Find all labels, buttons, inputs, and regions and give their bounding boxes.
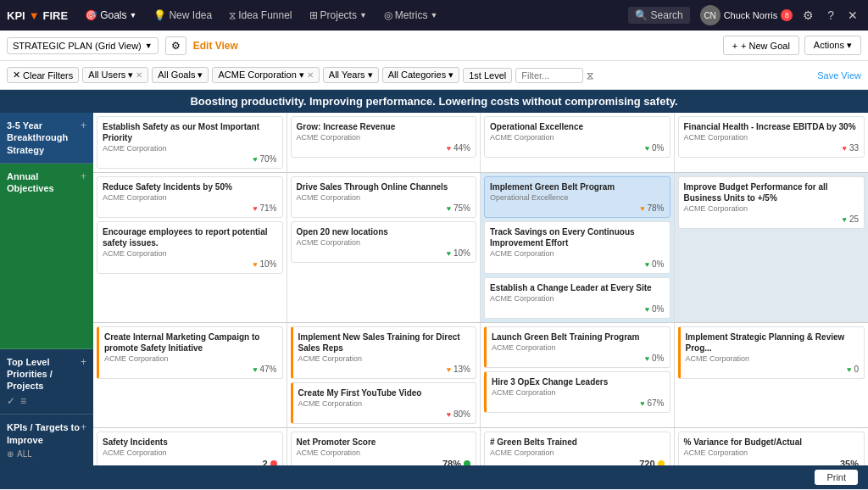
- nav-projects-label: Projects: [320, 9, 357, 21]
- toolbar: STRATEGIC PLAN (Grid View) ▼ ⚙ Edit View…: [0, 31, 868, 61]
- grid-cell: Grow: Increase Revenue ACME Corporation …: [287, 113, 481, 172]
- heart-icon: ♥: [843, 215, 847, 224]
- settings-icon[interactable]: ⚙: [799, 7, 817, 24]
- heart-icon: ♥: [447, 204, 451, 213]
- card-marketing-campaign[interactable]: Create Internal Marketing Campaign to pr…: [97, 326, 283, 379]
- grid-area: Establish Safety as our Most Important P…: [93, 113, 868, 465]
- funnel-icon: ⧖: [229, 9, 236, 21]
- sidebar-priorities-add[interactable]: +: [81, 356, 86, 368]
- org-filter[interactable]: ACME Corporation ▾ ✕: [212, 67, 319, 83]
- edit-view-button[interactable]: Edit View: [193, 40, 238, 52]
- card-kpi-green-belts[interactable]: # Green Belts Trained ACME Corporation 7…: [484, 432, 670, 465]
- sidebar-annual-label: Annual Objectives: [7, 170, 81, 195]
- notification-badge: 8: [781, 9, 793, 21]
- sidebar-3yr[interactable]: 3-5 Year Breakthrough Strategy +: [0, 113, 93, 164]
- sidebar-priorities[interactable]: Top Level Priorities / Projects + ✓ ≡: [0, 349, 93, 415]
- card-kpi-nps[interactable]: Net Promoter Score ACME Corporation 78%: [291, 432, 477, 465]
- heart-icon: ♥: [640, 399, 644, 408]
- heart-icon: ♥: [645, 354, 649, 363]
- card-reduce-incidents[interactable]: Reduce Safety Incidents by 50% ACME Corp…: [97, 176, 283, 218]
- banner-text: Boosting productivity. Improving perform…: [190, 95, 677, 108]
- logo-fire-icon: ▼: [29, 9, 40, 22]
- level-filter-label: 1st Level: [469, 70, 506, 81]
- card-open-locations[interactable]: Open 20 new locations ACME Corporation ♥…: [291, 221, 477, 263]
- sidebar-annual-add[interactable]: +: [81, 170, 86, 182]
- filter-input[interactable]: [515, 68, 583, 83]
- card-youtube-video[interactable]: Create My First YouTube Video ACME Corpo…: [291, 382, 477, 424]
- kpis-ops-cell: # Green Belts Trained ACME Corporation 7…: [481, 428, 675, 465]
- card-online-channels[interactable]: Drive Sales Through Online Channels ACME…: [291, 176, 477, 218]
- close-icon[interactable]: ✕: [844, 7, 861, 24]
- priorities-row: Create Internal Marketing Campaign to pr…: [93, 323, 868, 428]
- annual-row: Reduce Safety Incidents by 50% ACME Corp…: [93, 173, 868, 323]
- card-track-savings[interactable]: Track Savings on Every Continuous Improv…: [484, 221, 670, 274]
- filter-clear-icon: ✕: [13, 70, 20, 81]
- clear-filters-button[interactable]: ✕ Clear Filters: [7, 67, 79, 83]
- annual-safety-cell: Reduce Safety Incidents by 50% ACME Corp…: [93, 173, 287, 322]
- card-kpi-safety-incidents[interactable]: Safety Incidents ACME Corporation 2: [97, 432, 283, 465]
- card-sales-training[interactable]: Implement New Sales Training for Direct …: [291, 326, 477, 379]
- view-select[interactable]: STRATEGIC PLAN (Grid View) ▼: [7, 37, 159, 54]
- help-icon[interactable]: ?: [824, 7, 837, 24]
- heart-icon: ♥: [640, 204, 644, 213]
- new-goal-label: + New Goal: [741, 41, 790, 51]
- grid-icon: ⊞: [309, 9, 318, 21]
- actions-button[interactable]: Actions ▾: [804, 36, 861, 55]
- card-improve-budget[interactable]: Improve Budget Performance for all Busin…: [678, 176, 865, 229]
- view-select-chevron: ▼: [145, 42, 153, 50]
- card-strategic-planning[interactable]: Implement Strategic Planning & Review Pr…: [678, 326, 865, 379]
- kpis-icon: ⊕: [7, 449, 14, 459]
- logo[interactable]: KPI ▼ FIRE: [7, 9, 68, 22]
- card-grow-revenue[interactable]: Grow: Increase Revenue ACME Corporation …: [291, 116, 477, 158]
- card-green-belt[interactable]: Implement Green Belt Program Operational…: [484, 176, 670, 218]
- card-kpi-budget-variance[interactable]: % Variance for Budget/Actual ACME Corpor…: [678, 432, 865, 465]
- filter-icon-button[interactable]: ⚙: [165, 36, 186, 55]
- username: Chuck Norris: [724, 10, 778, 20]
- sidebar-annual[interactable]: Annual Objectives +: [0, 164, 93, 349]
- top-nav: KPI ▼ FIRE 🎯 Goals ▼ 💡 New Idea ⧖ Idea F…: [0, 0, 868, 31]
- goals-icon: 🎯: [85, 9, 97, 21]
- search-icon: 🔍: [635, 9, 648, 21]
- card-change-leader[interactable]: Establish a Change Leader at Every Site …: [484, 277, 670, 319]
- nav-idea-funnel[interactable]: ⧖ Idea Funnel: [222, 6, 298, 25]
- card-ops-excellence[interactable]: Operational Excellence ACME Corporation …: [484, 116, 670, 158]
- user-menu[interactable]: CN Chuck Norris 8: [700, 5, 793, 25]
- print-button[interactable]: Print: [815, 470, 858, 485]
- heart-icon: ♥: [847, 365, 851, 374]
- nav-new-idea[interactable]: 💡 New Idea: [147, 6, 219, 25]
- new-goal-button[interactable]: + + New Goal: [723, 36, 799, 55]
- goals-filter[interactable]: All Goals ▾: [152, 67, 209, 83]
- years-filter[interactable]: All Years ▾: [323, 67, 379, 83]
- save-view-button[interactable]: Save View: [817, 70, 861, 81]
- print-label: Print: [826, 472, 846, 482]
- logo-fire-text: FIRE: [43, 9, 69, 22]
- kpis-financial-cell: % Variance for Budget/Actual ACME Corpor…: [675, 428, 869, 465]
- card-financial-health[interactable]: Financial Health - Increase EBITDA by 30…: [678, 116, 865, 158]
- priorities-financial-cell: Implement Strategic Planning & Review Pr…: [675, 323, 869, 427]
- org-filter-close[interactable]: ✕: [307, 70, 314, 80]
- card-establish-safety[interactable]: Establish Safety as our Most Important P…: [97, 116, 283, 169]
- users-filter-close[interactable]: ✕: [136, 70, 142, 80]
- sidebar-kpis-label: KPIs / Targets to Improve: [7, 421, 81, 446]
- nav-metrics-label: Metrics: [395, 9, 428, 21]
- sidebar-3yr-add[interactable]: +: [81, 120, 86, 131]
- plus-icon: +: [732, 41, 737, 51]
- card-hire-leaders[interactable]: Hire 3 OpEx Change Leaders ACME Corporat…: [484, 371, 670, 413]
- users-filter[interactable]: All Users ▾ ✕: [82, 67, 148, 83]
- sidebar-kpis-add[interactable]: +: [81, 421, 86, 433]
- nav-metrics[interactable]: ◎ Metrics ▼: [377, 6, 445, 25]
- level-filter[interactable]: 1st Level: [463, 68, 512, 83]
- sliders-icon: ⚙: [171, 40, 181, 52]
- card-encourage-report[interactable]: Encourage employees to report potential …: [97, 221, 283, 274]
- heart-icon: ♥: [645, 305, 649, 314]
- nav-search[interactable]: 🔍 Search: [628, 7, 690, 24]
- categories-filter[interactable]: All Categories ▾: [382, 67, 460, 83]
- chevron-down-icon: ▼: [130, 11, 137, 19]
- nav-projects[interactable]: ⊞ Projects ▼: [303, 6, 374, 25]
- heart-icon: ♥: [253, 260, 257, 269]
- nav-new-idea-label: New Idea: [169, 9, 212, 21]
- nav-goals[interactable]: 🎯 Goals ▼: [78, 6, 143, 25]
- card-launch-training[interactable]: Launch Green Belt Training Program ACME …: [484, 326, 670, 368]
- sidebar-kpis[interactable]: KPIs / Targets to Improve + ⊕ ALL: [0, 415, 93, 465]
- priorities-ops-cell: Launch Green Belt Training Program ACME …: [481, 323, 675, 427]
